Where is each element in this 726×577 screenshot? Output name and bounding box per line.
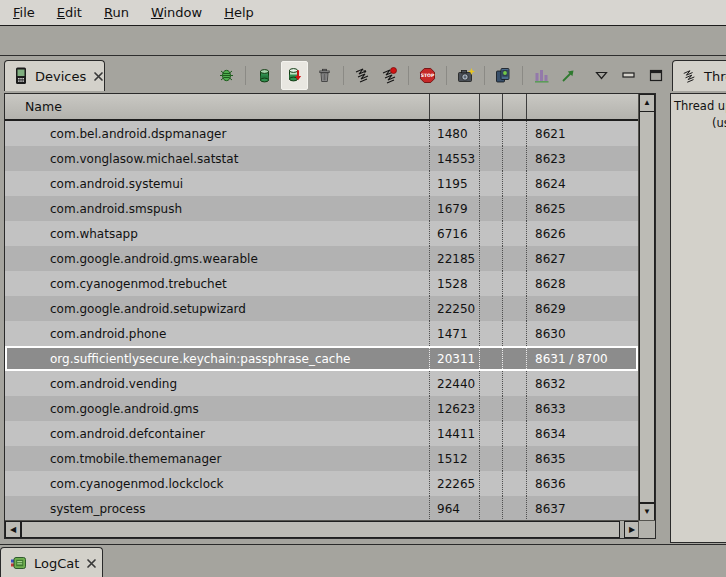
empty-cell-1 [480,471,503,496]
pid-cell: 1528 [430,271,480,296]
multi-screen-capture-button[interactable] [493,63,514,87]
close-icon[interactable] [93,71,104,82]
empty-cell-1 [480,121,503,146]
menu-item-file[interactable]: File [2,1,46,24]
threads-content: Thread updates not enabled for selected … [670,93,726,543]
stop-process-button[interactable]: STOP [417,63,438,87]
tab-threads-label: Threads [704,69,726,84]
debug-process-button[interactable] [216,63,237,87]
process-name-cell: com.cyanogenmod.lockclock [5,471,430,496]
toolbar-separator [484,66,485,85]
device-row[interactable]: com.cyanogenmod.lockclock 22265 8636 [5,471,638,496]
scroll-left-button[interactable]: ◀ [5,521,21,538]
column-header-empty-1[interactable] [480,94,503,119]
process-name-cell: com.google.android.gms [5,396,430,421]
scroll-down-button[interactable]: ▼ [639,503,655,521]
empty-cell-2 [503,246,527,271]
pid-cell: 22250 [430,296,480,321]
port-cell: 8632 [527,371,638,396]
empty-cell-2 [503,171,527,196]
view-menu-button[interactable] [591,63,612,87]
tab-logcat[interactable]: LogCat [0,547,103,577]
tab-devices-label: Devices [35,69,86,84]
empty-cell-2 [503,196,527,221]
device-row[interactable]: system_process 964 8637 [5,496,638,521]
device-row[interactable]: com.google.android.gms 12623 8633 [5,396,638,421]
port-cell: 8623 [527,146,638,171]
maximize-button[interactable] [645,63,666,87]
trash-icon [316,67,333,84]
vertical-scroll-thumb[interactable] [639,112,655,503]
empty-cell-2 [503,346,527,371]
device-row[interactable]: com.google.android.gms.wearable 22185 86… [5,246,638,271]
empty-cell-1 [480,321,503,346]
tab-devices[interactable]: Devices [4,60,105,91]
device-row[interactable]: com.android.vending 22440 8632 [5,371,638,396]
menu-item-edit[interactable]: Edit [46,1,93,24]
process-name-cell: com.android.defcontainer [5,421,430,446]
device-row[interactable]: com.google.android.setupwizard 22250 862… [5,296,638,321]
port-cell: 8637 [527,496,638,521]
dump-hprof-icon [286,66,304,84]
chevron-down-icon [595,71,608,80]
process-name-cell: system_process [5,496,430,521]
update-threads-icon [354,67,371,84]
empty-cell-1 [480,446,503,471]
device-row[interactable]: com.android.smspush 1679 8625 [5,196,638,221]
system-info-button[interactable] [531,63,552,87]
green-arrow-icon [560,67,577,84]
update-heap-button[interactable] [254,63,275,87]
scroll-up-button[interactable]: ▲ [639,94,655,112]
logcat-icon [10,555,27,571]
pid-cell: 964 [430,496,480,521]
screen-capture-button[interactable] [455,63,476,87]
tab-threads[interactable]: Threads [672,60,726,91]
device-row[interactable]: com.android.phone 1471 8630 [5,321,638,346]
pid-cell: 22185 [430,246,480,271]
toolbar-separator [343,66,344,85]
device-row[interactable]: com.cyanogenmod.trebuchet 1528 8628 [5,271,638,296]
maximize-icon [649,69,663,82]
menu-item-help[interactable]: Help [213,1,265,24]
minimize-icon [622,71,635,79]
multi-device-icon [494,67,513,84]
empty-cell-2 [503,471,527,496]
port-cell: 8628 [527,271,638,296]
device-row[interactable]: com.android.defcontainer 14411 8634 [5,421,638,446]
device-row[interactable]: com.tmobile.thememanager 1512 8635 [5,446,638,471]
start-method-profiling-button[interactable] [379,63,400,87]
empty-cell-1 [480,146,503,171]
column-header-empty-2[interactable] [503,94,527,119]
update-threads-button[interactable] [352,63,373,87]
toolbar-separator [408,66,409,85]
column-header-name[interactable]: Name [5,94,430,119]
device-row[interactable]: org.sufficientlysecure.keychain:passphra… [5,346,638,371]
menu-item-run[interactable]: Run [93,1,140,24]
horizontal-scroll-thumb[interactable] [21,521,620,538]
threads-message-line2: (use toolbar button to enable) [674,115,726,132]
column-header-pid[interactable] [430,94,480,119]
empty-cell-1 [480,196,503,221]
device-row[interactable]: com.whatsapp 6716 8626 [5,221,638,246]
dump-hprof-button[interactable] [281,61,308,90]
device-row[interactable]: com.bel.android.dspmanager 1480 8621 [5,121,638,146]
device-table-body: com.bel.android.dspmanager 1480 8621 com… [5,121,638,521]
empty-cell-1 [480,221,503,246]
pid-cell: 1512 [430,446,480,471]
device-row[interactable]: com.android.systemui 1195 8624 [5,171,638,196]
process-name-cell: com.whatsapp [5,221,430,246]
minimize-button[interactable] [618,63,639,87]
update-heap-icon [256,67,273,84]
empty-cell-2 [503,271,527,296]
port-cell: 8636 [527,471,638,496]
tab-logcat-label: LogCat [34,556,79,571]
refresh-arrow-button[interactable] [558,63,579,87]
process-name-cell: com.bel.android.dspmanager [5,121,430,146]
column-header-port[interactable] [527,94,638,119]
cause-gc-button[interactable] [314,63,335,87]
menu-item-window[interactable]: Window [140,1,213,24]
device-row[interactable]: com.vonglasow.michael.satstat 14553 8623 [5,146,638,171]
vertical-scrollbar: ▲ ▼ [638,94,655,521]
close-icon[interactable] [86,558,97,569]
port-cell: 8627 [527,246,638,271]
